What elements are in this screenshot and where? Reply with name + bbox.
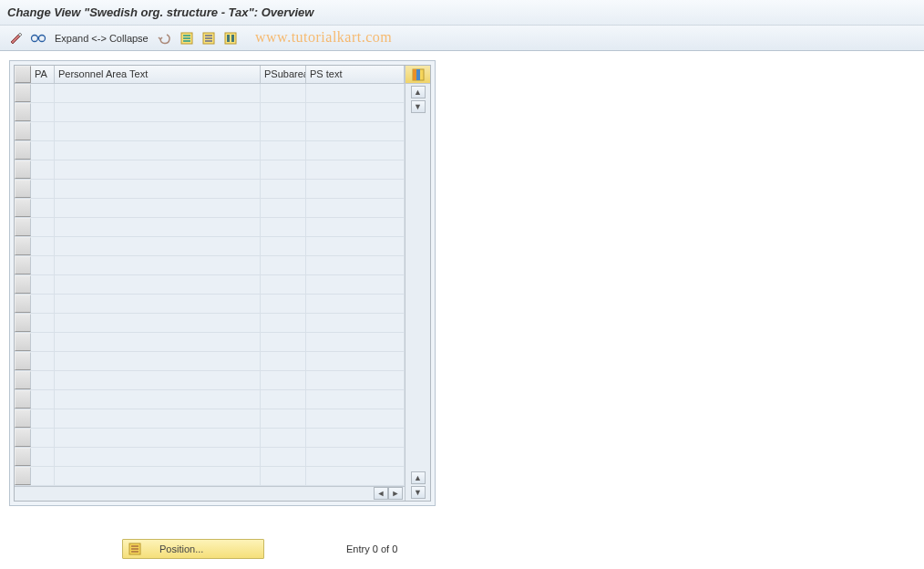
cell-patext[interactable] — [55, 199, 261, 217]
cell-patext[interactable] — [55, 448, 261, 466]
cell-patext[interactable] — [55, 333, 261, 351]
toggle-edit-icon[interactable] — [7, 29, 26, 47]
table-row[interactable] — [15, 352, 405, 371]
row-selector[interactable] — [15, 390, 31, 409]
cell-patext[interactable] — [55, 429, 261, 447]
row-selector[interactable] — [15, 199, 31, 217]
table-settings-icon[interactable] — [221, 29, 240, 47]
row-selector[interactable] — [15, 218, 31, 236]
cell-psub[interactable] — [261, 275, 306, 294]
column-header-pa[interactable]: PA — [31, 66, 55, 83]
cell-pa[interactable] — [31, 371, 55, 389]
cell-pa[interactable] — [31, 199, 55, 217]
cell-psub[interactable] — [261, 256, 306, 274]
table-row[interactable] — [15, 160, 405, 180]
column-header-pstext[interactable]: PS text — [306, 66, 405, 83]
vertical-scrollbar[interactable]: ▲ ▼ ▲ ▼ — [406, 84, 430, 501]
configure-columns-icon[interactable] — [406, 66, 430, 84]
table-row[interactable] — [15, 256, 405, 275]
cell-pstext[interactable] — [306, 314, 405, 332]
row-selector[interactable] — [15, 256, 31, 274]
cell-pstext[interactable] — [306, 448, 405, 466]
cell-patext[interactable] — [55, 371, 261, 389]
column-header-patext[interactable]: Personnel Area Text — [55, 66, 261, 83]
cell-pa[interactable] — [31, 352, 55, 370]
cell-psub[interactable] — [261, 237, 306, 255]
cell-pstext[interactable] — [306, 390, 405, 409]
cell-pstext[interactable] — [306, 409, 405, 428]
cell-psub[interactable] — [261, 103, 306, 121]
row-selector[interactable] — [15, 122, 31, 140]
cell-pa[interactable] — [31, 429, 55, 447]
cell-psub[interactable] — [261, 429, 306, 447]
cell-psub[interactable] — [261, 180, 306, 198]
cell-psub[interactable] — [261, 295, 306, 313]
cell-psub[interactable] — [261, 390, 306, 409]
table-row[interactable] — [15, 333, 405, 352]
cell-pa[interactable] — [31, 390, 55, 409]
scroll-left-icon[interactable]: ◄ — [374, 487, 388, 500]
cell-patext[interactable] — [55, 275, 261, 294]
cell-pstext[interactable] — [306, 160, 405, 179]
glasses-icon[interactable] — [29, 29, 47, 47]
cell-pa[interactable] — [31, 467, 55, 485]
table-row[interactable] — [15, 390, 405, 409]
cell-patext[interactable] — [55, 467, 261, 485]
cell-pa[interactable] — [31, 409, 55, 428]
cell-pa[interactable] — [31, 333, 55, 351]
row-selector[interactable] — [15, 448, 31, 466]
row-selector[interactable] — [15, 333, 31, 351]
cell-pa[interactable] — [31, 256, 55, 274]
expand-collapse-button[interactable]: Expand <-> Collapse — [51, 33, 152, 44]
row-selector[interactable] — [15, 409, 31, 428]
cell-pstext[interactable] — [306, 429, 405, 447]
cell-psub[interactable] — [261, 409, 306, 428]
cell-pa[interactable] — [31, 448, 55, 466]
table-row[interactable] — [15, 103, 405, 122]
row-selector[interactable] — [15, 467, 31, 485]
deselect-all-icon[interactable] — [200, 29, 218, 47]
row-selector[interactable] — [15, 352, 31, 370]
cell-psub[interactable] — [261, 218, 306, 236]
row-selector[interactable] — [15, 84, 31, 102]
cell-pstext[interactable] — [306, 103, 405, 121]
scroll-right-icon[interactable]: ► — [388, 487, 403, 500]
table-row[interactable] — [15, 371, 405, 390]
scroll-down-bottom-icon[interactable]: ▼ — [411, 486, 426, 499]
table-row[interactable] — [15, 218, 405, 237]
cell-patext[interactable] — [55, 314, 261, 332]
cell-patext[interactable] — [55, 103, 261, 121]
cell-pstext[interactable] — [306, 352, 405, 370]
table-row[interactable] — [15, 141, 405, 160]
cell-pstext[interactable] — [306, 122, 405, 140]
cell-psub[interactable] — [261, 122, 306, 140]
table-row[interactable] — [15, 180, 405, 199]
select-all-icon[interactable] — [178, 29, 196, 47]
cell-patext[interactable] — [55, 160, 261, 179]
cell-patext[interactable] — [55, 390, 261, 409]
cell-pstext[interactable] — [306, 467, 405, 485]
cell-pstext[interactable] — [306, 84, 405, 102]
row-selector[interactable] — [15, 180, 31, 198]
cell-pa[interactable] — [31, 314, 55, 332]
row-selector[interactable] — [15, 141, 31, 160]
row-selector[interactable] — [15, 429, 31, 447]
scroll-up-icon[interactable]: ▲ — [411, 86, 426, 98]
cell-patext[interactable] — [55, 409, 261, 428]
cell-patext[interactable] — [55, 256, 261, 274]
cell-pstext[interactable] — [306, 275, 405, 294]
cell-patext[interactable] — [55, 352, 261, 370]
cell-pstext[interactable] — [306, 141, 405, 160]
cell-psub[interactable] — [261, 141, 306, 160]
cell-patext[interactable] — [55, 180, 261, 198]
cell-pstext[interactable] — [306, 371, 405, 389]
cell-pa[interactable] — [31, 295, 55, 313]
cell-pstext[interactable] — [306, 218, 405, 236]
table-row[interactable] — [15, 429, 405, 448]
table-row[interactable] — [15, 295, 405, 314]
cell-patext[interactable] — [55, 84, 261, 102]
cell-pa[interactable] — [31, 84, 55, 102]
table-row[interactable] — [15, 409, 405, 429]
row-selector[interactable] — [15, 275, 31, 294]
cell-pstext[interactable] — [306, 295, 405, 313]
